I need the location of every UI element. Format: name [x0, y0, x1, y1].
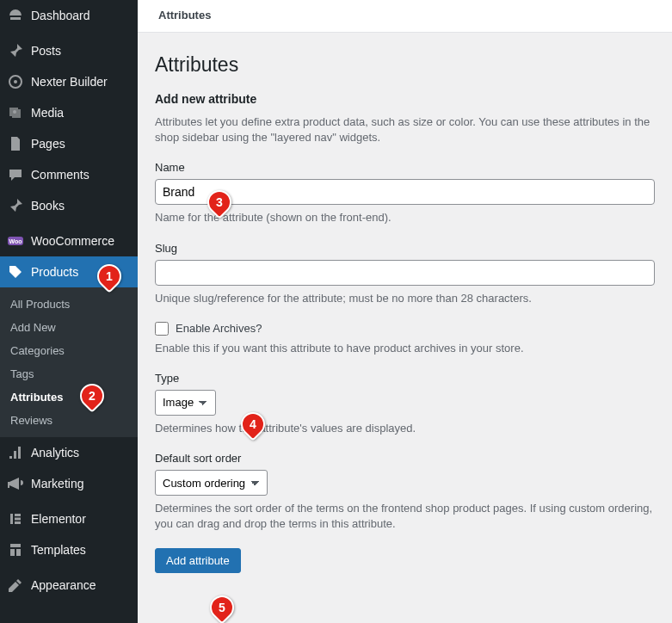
sidebar-item-label: Comments — [31, 168, 131, 182]
svg-text:Woo: Woo — [9, 238, 22, 244]
type-label: Type — [155, 372, 655, 385]
woocommerce-icon: Woo — [7, 232, 24, 250]
type-help: Determines how this attribute's values a… — [155, 421, 655, 436]
analytics-icon — [7, 444, 24, 461]
sidebar-item-label: Nexter Builder — [31, 75, 131, 89]
top-bar: Attributes — [138, 0, 672, 33]
sidebar-item-dashboard[interactable]: Dashboard — [0, 0, 138, 31]
sidebar-item-elementor[interactable]: Elementor — [0, 503, 138, 534]
intro-text: Attributes let you define extra product … — [155, 114, 655, 145]
sidebar-item-books[interactable]: Books — [0, 190, 138, 221]
media-icon — [7, 104, 24, 121]
field-slug: Slug Unique slug/reference for the attri… — [155, 242, 655, 306]
slug-help: Unique slug/reference for the attribute;… — [155, 291, 655, 306]
page-title: Attributes — [155, 53, 655, 77]
sidebar-item-label: Appearance — [31, 578, 131, 592]
topbar-title: Attributes — [158, 9, 651, 22]
name-input[interactable] — [155, 179, 655, 205]
field-type: Type Image Determines how this attribute… — [155, 372, 655, 436]
sidebar-item-media[interactable]: Media — [0, 97, 138, 128]
sidebar-item-label: Products — [31, 265, 131, 279]
sidebar-item-appearance[interactable]: Appearance — [0, 570, 138, 601]
appearance-icon — [7, 577, 24, 594]
sidebar-item-label: Elementor — [31, 512, 131, 526]
sidebar-item-label: Media — [31, 106, 131, 120]
products-submenu: All Products Add New Categories Tags Att… — [0, 287, 138, 437]
submenu-tags[interactable]: Tags — [0, 362, 138, 386]
archives-checkbox[interactable] — [155, 322, 169, 336]
sidebar-item-label: Pages — [31, 137, 131, 151]
comments-icon — [7, 166, 24, 183]
svg-point-1 — [14, 80, 17, 83]
field-archives: Enable Archives? Enable this if you want… — [155, 322, 655, 356]
submenu-attributes[interactable]: Attributes — [0, 386, 138, 409]
submenu-categories[interactable]: Categories — [0, 339, 138, 362]
slug-label: Slug — [155, 242, 655, 255]
sidebar-item-pages[interactable]: Pages — [0, 128, 138, 159]
svg-rect-8 — [15, 521, 21, 524]
submenu-reviews[interactable]: Reviews — [0, 409, 138, 432]
admin-sidebar: Dashboard Posts Nexter Builder Media Pag… — [0, 0, 138, 623]
content-area: Attributes Add new attribute Attributes … — [138, 33, 672, 623]
dashboard-icon — [7, 7, 24, 24]
builder-icon — [7, 73, 24, 90]
submenu-add-new[interactable]: Add New — [0, 316, 138, 339]
sidebar-item-label: Dashboard — [31, 9, 131, 22]
sort-label: Default sort order — [155, 452, 655, 465]
name-label: Name — [155, 161, 655, 174]
submenu-all-products[interactable]: All Products — [0, 293, 138, 316]
sidebar-item-posts[interactable]: Posts — [0, 35, 138, 66]
sort-select[interactable]: Custom ordering — [155, 470, 268, 496]
name-help: Name for the attribute (shown on the fro… — [155, 210, 655, 225]
sidebar-item-label: Templates — [31, 543, 131, 557]
products-icon — [7, 263, 24, 281]
slug-input[interactable] — [155, 260, 655, 286]
svg-rect-5 — [10, 514, 13, 524]
pages-icon — [7, 135, 24, 152]
sidebar-item-nexter[interactable]: Nexter Builder — [0, 66, 138, 97]
sidebar-item-comments[interactable]: Comments — [0, 159, 138, 190]
elementor-icon — [7, 510, 24, 527]
sidebar-item-products[interactable]: Products — [0, 256, 138, 287]
sidebar-item-label: Marketing — [31, 477, 131, 490]
field-name: Name Name for the attribute (shown on th… — [155, 161, 655, 225]
sidebar-item-analytics[interactable]: Analytics — [0, 437, 138, 468]
templates-icon — [7, 541, 24, 558]
add-attribute-button[interactable]: Add attribute — [155, 548, 241, 573]
field-sort-order: Default sort order Custom ordering Deter… — [155, 452, 655, 532]
marketing-icon — [7, 475, 24, 492]
svg-rect-7 — [15, 518, 21, 521]
pin-icon — [7, 42, 24, 59]
svg-rect-6 — [15, 514, 21, 516]
pin-icon — [7, 197, 24, 214]
sidebar-item-label: WooCommerce — [31, 234, 131, 248]
sidebar-item-marketing[interactable]: Marketing — [0, 468, 138, 499]
section-title: Add new attribute — [155, 92, 655, 106]
sort-help: Determines the sort order of the terms o… — [155, 501, 655, 532]
type-select[interactable]: Image — [155, 390, 216, 416]
svg-point-2 — [13, 110, 16, 114]
sidebar-item-templates[interactable]: Templates — [0, 534, 138, 565]
archives-label: Enable Archives? — [176, 322, 262, 335]
sidebar-item-label: Books — [31, 199, 131, 213]
sidebar-item-label: Posts — [31, 44, 131, 58]
sidebar-item-label: Analytics — [31, 446, 131, 460]
sidebar-item-woocommerce[interactable]: Woo WooCommerce — [0, 225, 138, 256]
archives-help: Enable this if you want this attribute t… — [155, 341, 655, 356]
main-content: Attributes Attributes Add new attribute … — [138, 0, 672, 623]
